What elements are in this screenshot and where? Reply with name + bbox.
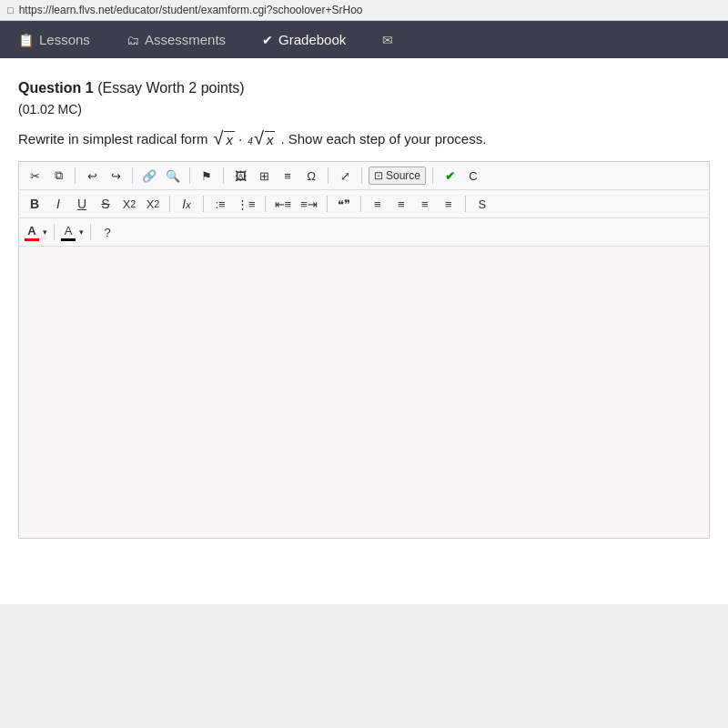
toolbar-sep-11 bbox=[327, 196, 328, 212]
undo-button[interactable]: ↩ bbox=[82, 166, 102, 186]
maximize-button[interactable]: ⤢ bbox=[335, 166, 355, 186]
toolbar-sep-3 bbox=[189, 167, 190, 184]
removeformat-button[interactable]: Ix bbox=[177, 194, 197, 214]
image-button[interactable]: 🖼 bbox=[230, 166, 250, 186]
fontcolor-bar bbox=[25, 238, 39, 241]
italic-button[interactable]: I bbox=[48, 194, 68, 214]
subscript-button[interactable]: X2 bbox=[119, 194, 139, 214]
strikethrough-button[interactable]: S bbox=[96, 194, 116, 214]
underline-button[interactable]: U bbox=[72, 194, 92, 214]
nav-item-messages[interactable]: ✉ bbox=[382, 33, 393, 47]
help-button[interactable]: ? bbox=[97, 222, 117, 242]
nav-bar: 📋 Lessons 🗂 Assessments ✔ Gradebook ✉ bbox=[0, 21, 728, 58]
cut-button[interactable]: ✂ bbox=[25, 166, 45, 186]
browser-bar: □ https://learn.flvs.net/educator/studen… bbox=[0, 0, 728, 21]
toolbar-sep-1 bbox=[75, 167, 76, 184]
fontcolor-button[interactable]: A bbox=[25, 224, 39, 241]
toolbar-sep-4 bbox=[223, 167, 224, 184]
clear-button[interactable]: C bbox=[463, 166, 483, 186]
more-button[interactable]: S bbox=[472, 194, 492, 214]
toolbar-row-3: A ▾ A ▾ ? bbox=[19, 218, 709, 247]
toolbar-sep-7 bbox=[432, 167, 433, 184]
toolbar-sep-6 bbox=[361, 167, 362, 184]
toolbar-sep-10 bbox=[265, 196, 266, 212]
superscript-button[interactable]: X2 bbox=[143, 194, 163, 214]
nav-gradebook-label: Gradebook bbox=[278, 32, 346, 47]
justifycenter-button[interactable]: ≡ bbox=[391, 194, 411, 214]
toolbar-sep-2 bbox=[132, 167, 133, 184]
toolbar-sep-8 bbox=[169, 196, 170, 212]
redo-button[interactable]: ↪ bbox=[106, 166, 126, 186]
nav-lessons-label: Lessons bbox=[39, 32, 90, 47]
radical-4th-sqrt-x: 4 √ x bbox=[246, 129, 275, 147]
unorderedlist-button[interactable]: ⋮≡ bbox=[234, 194, 258, 214]
nav-item-assessments[interactable]: 🗂 Assessments bbox=[126, 32, 226, 47]
math-expression: √ x · 4 √ x bbox=[211, 129, 277, 148]
lessons-icon: 📋 bbox=[18, 33, 34, 47]
link-button[interactable]: 🔗 bbox=[139, 166, 159, 186]
question-title: Question 1 bbox=[18, 80, 94, 96]
question-subtitle: (Essay Worth 2 points) bbox=[97, 80, 245, 96]
browser-url: https://learn.flvs.net/educator/student/… bbox=[19, 4, 363, 16]
spellcheck-button[interactable]: ✔ bbox=[440, 166, 460, 186]
main-content: Question 1 (Essay Worth 2 points) (01.02… bbox=[0, 58, 728, 604]
toolbar-row-1: ✂ ⧉ ↩ ↪ 🔗 🔍 ⚑ 🖼 ⊞ ≡ Ω ⤢ ⊡ Source ✔ C bbox=[19, 162, 709, 190]
question-body-prefix: Rewrite in simplest radical form bbox=[18, 131, 207, 147]
align-button[interactable]: ≡ bbox=[278, 166, 298, 186]
special-chars-button[interactable]: Ω bbox=[301, 166, 321, 186]
bgcolor-bar bbox=[61, 238, 76, 241]
outdent-button[interactable]: ⇤≡ bbox=[272, 194, 295, 214]
question-code: (01.02 MC) bbox=[18, 102, 710, 116]
question-body: Rewrite in simplest radical form √ x · 4… bbox=[18, 129, 710, 148]
nav-item-gradebook[interactable]: ✔ Gradebook bbox=[262, 32, 346, 47]
editor-container: ✂ ⧉ ↩ ↪ 🔗 🔍 ⚑ 🖼 ⊞ ≡ Ω ⤢ ⊡ Source ✔ C B bbox=[18, 161, 710, 539]
bold-button[interactable]: B bbox=[25, 194, 45, 214]
indent-button[interactable]: ≡⇥ bbox=[298, 194, 320, 214]
messages-icon: ✉ bbox=[382, 33, 393, 47]
toolbar-sep-14 bbox=[54, 224, 55, 240]
nav-item-lessons[interactable]: 📋 Lessons bbox=[18, 32, 90, 47]
blockquote-button[interactable]: ❝❞ bbox=[334, 194, 354, 214]
editor-body[interactable] bbox=[19, 247, 709, 538]
table-button[interactable]: ⊞ bbox=[254, 166, 274, 186]
toolbar-sep-12 bbox=[360, 196, 361, 212]
bgcolor-arrow[interactable]: ▾ bbox=[79, 228, 84, 237]
justifyfull-button[interactable]: ≡ bbox=[439, 194, 459, 214]
justifyleft-button[interactable]: ≡ bbox=[368, 194, 388, 214]
unlink-button[interactable]: 🔍 bbox=[163, 166, 183, 186]
gradebook-icon: ✔ bbox=[262, 33, 273, 47]
flag-button[interactable]: ⚑ bbox=[197, 166, 217, 186]
toolbar-sep-5 bbox=[328, 167, 329, 184]
nav-assessments-label: Assessments bbox=[145, 32, 226, 47]
browser-icon: □ bbox=[7, 5, 14, 15]
toolbar-sep-9 bbox=[203, 196, 204, 212]
justifyright-button[interactable]: ≡ bbox=[415, 194, 435, 214]
question-body-suffix: . Show each step of your process. bbox=[280, 131, 486, 147]
radical-sqrt-x: √ x bbox=[213, 129, 234, 147]
orderedlist-button[interactable]: :≡ bbox=[210, 194, 230, 214]
source-label: Source bbox=[386, 169, 420, 182]
bgcolor-button[interactable]: A bbox=[61, 224, 76, 241]
source-button[interactable]: ⊡ Source bbox=[369, 167, 426, 185]
fontcolor-arrow[interactable]: ▾ bbox=[43, 228, 47, 237]
question-header: Question 1 (Essay Worth 2 points) bbox=[18, 80, 710, 96]
assessments-icon: 🗂 bbox=[126, 33, 139, 47]
toolbar-sep-15 bbox=[90, 224, 91, 240]
copy-button[interactable]: ⧉ bbox=[48, 166, 68, 186]
toolbar-row-2: B I U S X2 X2 Ix :≡ ⋮≡ ⇤≡ ≡⇥ ❝❞ ≡ ≡ ≡ ≡ … bbox=[19, 190, 709, 218]
toolbar-sep-13 bbox=[465, 196, 466, 212]
